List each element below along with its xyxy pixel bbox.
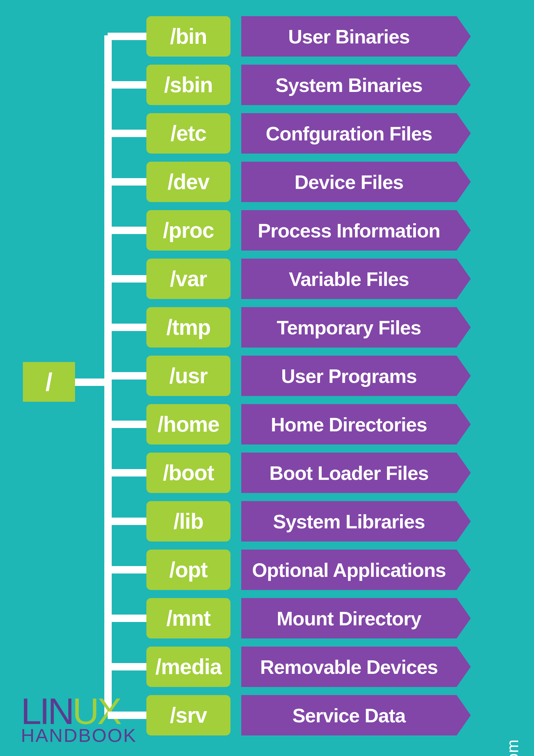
directory-row: /homeHome Directories xyxy=(146,404,457,445)
tree-branch xyxy=(108,275,146,283)
directory-row: /bootBoot Loader Files xyxy=(146,453,457,493)
directory-row: /binUser Binaries xyxy=(146,16,457,57)
directory-description-box: Mount Directory xyxy=(241,598,457,638)
directory-description-box: Temporary Files xyxy=(241,307,457,348)
directory-name-box: /lib xyxy=(146,501,230,541)
tree-branch xyxy=(108,372,146,380)
directory-row: /usrUser Programs xyxy=(146,356,457,396)
root-directory-box: / xyxy=(23,362,75,402)
directory-name-box: /opt xyxy=(146,550,230,590)
tree-branch xyxy=(108,712,146,719)
directory-name-box: /proc xyxy=(146,210,230,251)
directory-row: /srvService Data xyxy=(146,695,457,735)
directory-name-box: /bin xyxy=(146,16,230,57)
tree-branch xyxy=(108,130,146,137)
directory-row: /mntMount Directory xyxy=(146,598,457,638)
directory-name-box: /mnt xyxy=(146,598,230,638)
directory-name-box: /var xyxy=(146,259,230,299)
directory-name-box: /tmp xyxy=(146,307,230,348)
tree-branch xyxy=(108,566,146,573)
directory-description-box: Variable Files xyxy=(241,259,457,299)
directory-description-box: Process Information xyxy=(241,210,457,251)
directory-description-box: Optional Applications xyxy=(241,550,457,590)
logo-line-2: HANDBOOK xyxy=(21,728,137,743)
tree-branch xyxy=(108,324,146,331)
tree-root-branch xyxy=(75,379,109,386)
directory-description-box: User Programs xyxy=(241,356,457,396)
directory-row: /procProcess Information xyxy=(146,210,457,251)
directory-rows: /binUser Binaries/sbinSystem Binaries/et… xyxy=(146,16,457,744)
directory-name-box: /srv xyxy=(146,695,230,735)
directory-name-box: /dev xyxy=(146,162,230,202)
directory-name-box: /usr xyxy=(146,356,230,396)
directory-row: /sbinSystem Binaries xyxy=(146,65,457,105)
directory-description-box: Removable Devices xyxy=(241,647,457,687)
tree-branch xyxy=(108,421,146,428)
directory-name-box: /sbin xyxy=(146,65,230,105)
directory-name-box: /home xyxy=(146,404,230,445)
directory-description-box: User Binaries xyxy=(241,16,457,57)
directory-row: /devDevice Files xyxy=(146,162,457,202)
tree-branch xyxy=(108,81,146,89)
directory-row: /mediaRemovable Devices xyxy=(146,647,457,687)
directory-description-box: Boot Loader Files xyxy=(241,453,457,493)
directory-description-box: Home Directories xyxy=(241,404,457,445)
logo: LINUX HANDBOOK xyxy=(21,696,137,743)
directory-row: /etcConfguration Files xyxy=(146,113,457,154)
directory-row: /varVariable Files xyxy=(146,259,457,299)
tree-branch xyxy=(108,663,146,670)
directory-description-box: Confguration Files xyxy=(241,113,457,154)
tree-branch xyxy=(108,33,146,40)
directory-description-box: Service Data xyxy=(241,695,457,735)
tree-branch xyxy=(108,615,146,622)
directory-name-box: /boot xyxy=(146,453,230,493)
directory-description-box: System Libraries xyxy=(241,501,457,541)
tree-branch xyxy=(108,227,146,234)
directory-description-box: Device Files xyxy=(241,162,457,202)
tree-branch xyxy=(108,518,146,525)
directory-row: /tmpTemporary Files xyxy=(146,307,457,348)
logo-line-1: LINUX xyxy=(21,696,137,726)
source-url: linuxhandbook.com xyxy=(503,739,522,756)
tree-branch xyxy=(108,178,146,186)
directory-name-box: /media xyxy=(146,647,230,687)
tree-branch xyxy=(108,469,146,476)
directory-row: /optOptional Applications xyxy=(146,550,457,590)
directory-name-box: /etc xyxy=(146,113,230,154)
directory-description-box: System Binaries xyxy=(241,65,457,105)
directory-row: /libSystem Libraries xyxy=(146,501,457,541)
